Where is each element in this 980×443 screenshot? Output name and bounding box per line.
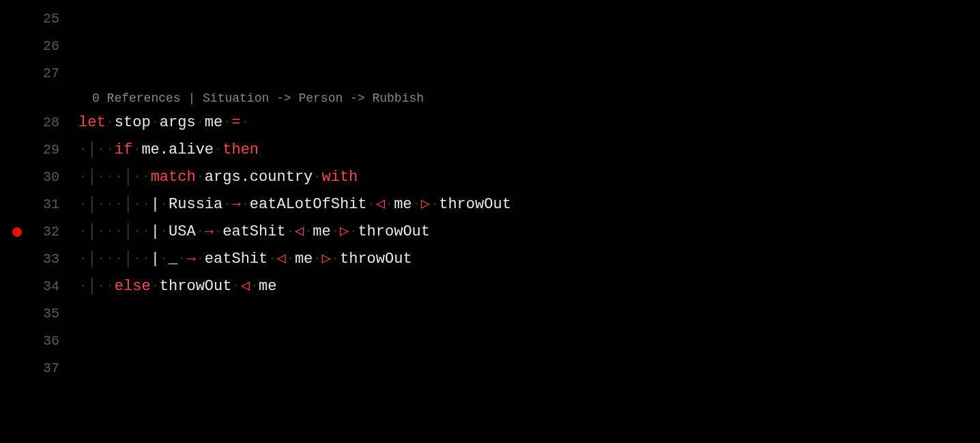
code-line[interactable]: ·│···│··match·args.country·with <box>78 164 980 191</box>
gutter-row-codelens <box>0 87 78 109</box>
identifier: USA <box>169 218 196 246</box>
whitespace-dot: · <box>132 246 141 273</box>
whitespace-dot: · <box>141 164 150 191</box>
line-number: 29 <box>43 138 59 162</box>
whitespace-dot: · <box>331 246 340 273</box>
identifier: me <box>259 273 276 300</box>
whitespace-dot: · <box>268 246 276 273</box>
whitespace-dot: · <box>96 273 105 300</box>
line-number: 27 <box>43 61 59 86</box>
whitespace-dot: · <box>385 191 394 218</box>
gutter-row[interactable]: 25 <box>0 5 78 33</box>
operator-equals: = <box>231 109 240 137</box>
indent-guide: │ <box>124 218 132 246</box>
whitespace-dot: · <box>132 191 141 218</box>
identifier: me.alive <box>141 137 214 164</box>
gutter-row[interactable]: 34 <box>0 273 78 300</box>
whitespace-dot: · <box>214 218 222 246</box>
whitespace-dot: · <box>241 109 250 137</box>
code-line[interactable] <box>78 355 980 382</box>
gutter-row[interactable]: 29 <box>0 137 78 164</box>
whitespace-dot: · <box>196 164 205 191</box>
line-number: 33 <box>43 247 59 272</box>
gutter-row[interactable]: 26 <box>0 33 78 60</box>
identifier: args.country <box>205 164 313 191</box>
codelens[interactable]: 0 References | Situation -> Person -> Ru… <box>78 87 980 109</box>
line-number: 32 <box>43 220 59 244</box>
code-line[interactable] <box>78 328 980 355</box>
triangle-left-icon: ◁ <box>295 218 304 246</box>
identifier: Russia <box>169 191 222 218</box>
gutter-row[interactable]: 35 <box>0 300 78 328</box>
code-line[interactable]: ·│···│··|·USA·→·eatShit·◁·me·▷·throwOut <box>78 218 980 246</box>
identifier: eatALotOfShit <box>250 191 367 218</box>
whitespace-dot: · <box>349 218 358 246</box>
arrow-icon: → <box>205 218 214 246</box>
whitespace-dot: · <box>160 218 169 246</box>
gutter: 25 26 27 28 29 30 31 32 33 34 35 36 37 <box>0 0 78 443</box>
line-number: 25 <box>43 7 59 31</box>
identifier: args <box>160 109 196 137</box>
code-line[interactable] <box>78 5 980 33</box>
whitespace-dot: · <box>241 191 250 218</box>
gutter-row[interactable]: 28 <box>0 109 78 137</box>
identifier: throwOut <box>439 191 511 218</box>
triangle-right-icon: ▷ <box>421 191 430 218</box>
code-line[interactable]: ·│··if·me.alive·then <box>78 137 980 164</box>
gutter-row[interactable]: 33 <box>0 246 78 273</box>
whitespace-dot: · <box>313 246 321 273</box>
whitespace-dot: · <box>132 218 141 246</box>
code-line[interactable]: let·stop·args·me·=· <box>78 109 980 137</box>
whitespace-dot: · <box>151 273 160 300</box>
keyword-then: then <box>222 137 259 164</box>
gutter-row[interactable]: 30 <box>0 164 78 191</box>
whitespace-dot: · <box>115 164 124 191</box>
code-line[interactable]: ·│···│··|·_·→·eatShit·◁·me·▷·throwOut <box>78 246 980 273</box>
code-area[interactable]: 0 References | Situation -> Person -> Ru… <box>78 0 980 443</box>
line-number: 30 <box>43 165 59 190</box>
whitespace-dot: · <box>412 191 421 218</box>
code-line[interactable] <box>78 60 980 87</box>
identifier: throwOut <box>160 273 232 300</box>
keyword-match: match <box>151 164 196 191</box>
code-line[interactable]: ·│··else·throwOut·◁·me <box>78 273 980 300</box>
gutter-row[interactable]: 37 <box>0 355 78 382</box>
code-editor[interactable]: 25 26 27 28 29 30 31 32 33 34 35 36 37 0… <box>0 0 980 443</box>
line-number: 31 <box>43 192 59 217</box>
code-line[interactable] <box>78 33 980 60</box>
codelens-text[interactable]: 0 References | Situation -> Person -> Ru… <box>92 87 424 109</box>
whitespace-dot: · <box>331 218 340 246</box>
whitespace-dot: · <box>96 218 105 246</box>
gutter-row[interactable]: 31 <box>0 191 78 218</box>
whitespace-dot: · <box>313 164 321 191</box>
whitespace-dot: · <box>106 137 115 164</box>
line-number: 26 <box>43 34 59 59</box>
indent-guide: │ <box>124 164 132 191</box>
whitespace-dot: · <box>115 218 124 246</box>
whitespace-dot: · <box>430 191 439 218</box>
indent-guide: │ <box>87 246 96 273</box>
identifier: _ <box>169 246 177 273</box>
line-number: 37 <box>43 356 59 381</box>
indent-guide: │ <box>87 137 96 164</box>
whitespace-dot: · <box>222 109 231 137</box>
indent-guide: │ <box>124 246 132 273</box>
line-number: 34 <box>43 274 59 299</box>
whitespace-dot: · <box>151 109 160 137</box>
breakpoint-icon[interactable] <box>12 227 22 237</box>
line-number: 36 <box>43 329 59 354</box>
code-line[interactable]: ·│···│··|·Russia·→·eatALotOfShit·◁·me·▷·… <box>78 191 980 218</box>
whitespace-dot: · <box>214 137 222 164</box>
whitespace-dot: · <box>78 137 87 164</box>
code-line[interactable] <box>78 300 980 328</box>
gutter-row[interactable]: 27 <box>0 60 78 87</box>
identifier: me <box>295 246 313 273</box>
whitespace-dot: · <box>106 246 115 273</box>
keyword-else: else <box>115 273 151 300</box>
gutter-row[interactable]: 36 <box>0 328 78 355</box>
keyword-with: with <box>321 164 358 191</box>
whitespace-dot: · <box>106 164 115 191</box>
identifier: throwOut <box>358 218 430 246</box>
gutter-row[interactable]: 32 <box>0 218 78 246</box>
identifier: eatShit <box>205 246 268 273</box>
